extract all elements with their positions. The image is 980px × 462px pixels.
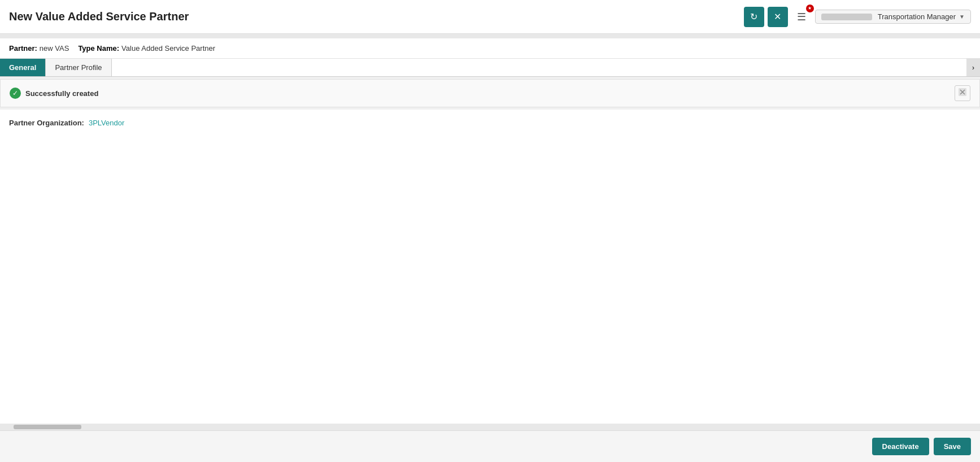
success-content: ✓ Successfully created <box>10 88 98 99</box>
user-name: Transportation Manager <box>878 12 956 21</box>
close-icon: ✕ <box>774 11 781 22</box>
page-title: New Value Added Service Partner <box>9 10 744 23</box>
success-icon: ✓ <box>10 88 21 99</box>
success-message: Successfully created <box>25 89 98 98</box>
content-area: Partner Organization: 3PLVendor <box>0 110 980 424</box>
chevron-down-icon: ▼ <box>959 14 965 20</box>
refresh-button[interactable]: ↻ <box>744 7 764 27</box>
partner-org-link[interactable]: 3PLVendor <box>89 119 124 127</box>
page-header: New Value Added Service Partner ↻ ✕ ☰ ★ … <box>0 0 980 34</box>
refresh-icon: ↻ <box>750 11 757 22</box>
chevron-right-icon: › <box>972 64 974 72</box>
menu-button[interactable]: ☰ ★ <box>791 7 812 27</box>
partner-org-row: Partner Organization: 3PLVendor <box>9 119 971 127</box>
partner-value: new VAS <box>40 44 69 53</box>
save-button[interactable]: Save <box>934 438 971 455</box>
hamburger-icon: ☰ <box>797 11 806 23</box>
partner-org-label: Partner Organization: <box>9 119 84 127</box>
user-dropdown[interactable]: Transportation Manager ▼ <box>815 10 971 24</box>
tabs-bar: General Partner Profile › <box>0 59 980 77</box>
tab-general[interactable]: General <box>0 59 45 76</box>
tab-partner-profile[interactable]: Partner Profile <box>45 59 111 76</box>
type-name-label: Type Name: <box>78 44 119 53</box>
dismiss-icon <box>958 88 967 99</box>
user-avatar <box>821 14 872 20</box>
partner-label: Partner: <box>9 44 37 53</box>
header-actions: ↻ ✕ ☰ ★ Transportation Manager ▼ <box>744 7 971 27</box>
deactivate-button[interactable]: Deactivate <box>872 438 929 455</box>
favorite-badge: ★ <box>806 5 814 12</box>
sub-header-bar <box>0 34 980 38</box>
dismiss-button[interactable] <box>955 85 970 101</box>
close-button[interactable]: ✕ <box>768 7 788 27</box>
info-bar: Partner: new VAS Type Name: Value Added … <box>0 38 980 59</box>
bottom-scrollbar[interactable] <box>0 424 980 430</box>
bottom-scrollbar-thumb <box>14 425 81 429</box>
footer: Deactivate Save <box>0 430 980 462</box>
tab-expand-button[interactable]: › <box>966 59 980 76</box>
type-name-value: Value Added Service Partner <box>121 44 215 53</box>
success-banner: ✓ Successfully created <box>0 79 980 107</box>
